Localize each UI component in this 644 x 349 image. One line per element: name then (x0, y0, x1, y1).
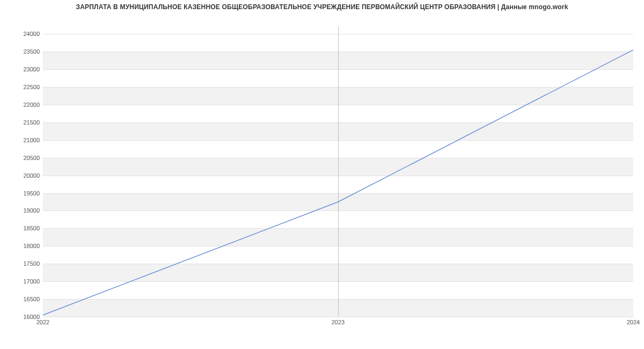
y-tick-label: 22000 (12, 101, 40, 108)
y-tick-label: 19000 (12, 207, 40, 214)
data-line (43, 27, 633, 317)
y-tick-label: 21500 (12, 119, 40, 126)
y-tick-label: 20000 (12, 172, 40, 179)
y-tick-label: 17500 (12, 260, 40, 267)
x-tick-label: 2024 (617, 319, 644, 325)
chart-container: ЗАРПЛАТА В МУНИЦИПАЛЬНОЕ КАЗЕННОЕ ОБЩЕОБ… (0, 0, 644, 349)
y-tick-label: 19500 (12, 190, 40, 197)
plot-area: 1600016500170001750018000185001900019500… (43, 27, 633, 317)
chart-title: ЗАРПЛАТА В МУНИЦИПАЛЬНОЕ КАЗЕННОЕ ОБЩЕОБ… (0, 3, 644, 11)
x-tick-label: 2022 (27, 319, 59, 325)
y-tick-label: 17000 (12, 278, 40, 285)
y-tick-label: 16500 (12, 296, 40, 302)
y-tick-label: 22500 (12, 84, 40, 90)
y-tick-label: 24000 (12, 31, 40, 37)
y-tick-label: 23000 (12, 66, 40, 72)
y-tick-label: 21000 (12, 137, 40, 143)
y-tick-label: 20500 (12, 155, 40, 161)
y-gridline (43, 317, 633, 317)
y-tick-label: 23500 (12, 48, 40, 55)
y-tick-label: 18000 (12, 243, 40, 249)
y-tick-label: 18500 (12, 225, 40, 231)
x-tick-label: 2023 (322, 319, 354, 325)
